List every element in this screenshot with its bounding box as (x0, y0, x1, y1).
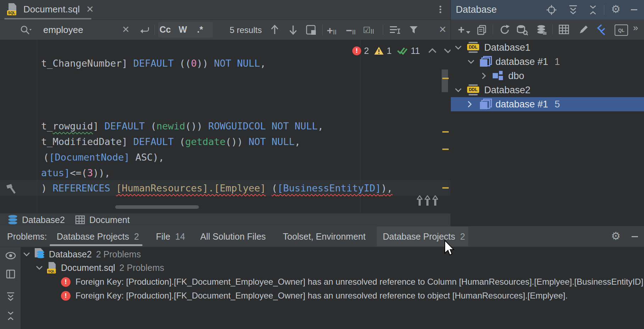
problems-tree-row-database2[interactable]: Database2 2 Problems (23, 247, 141, 261)
filter-lines-icon[interactable] (389, 25, 401, 35)
previous-occurrence-icon[interactable] (270, 24, 279, 35)
scrollbar-mark (442, 187, 449, 189)
jump-to-console-icon[interactable] (595, 24, 607, 35)
select-all-occurrences-icon[interactable] (306, 24, 317, 35)
code-line[interactable]: t_ChangeNumber] DEFAULT ((0)) NOT NULL, (41, 56, 266, 71)
close-tab-icon[interactable]: ✕ (86, 4, 94, 15)
code-line[interactable]: t_ModifiedDate] DEFAULT (getdate()) NOT … (41, 134, 301, 150)
newline-icon[interactable] (140, 25, 150, 34)
code-line[interactable]: t_rowguid] DEFAULT (newid()) ROWGUIDCOL … (41, 118, 324, 134)
whole-words-toggle[interactable]: W (179, 24, 187, 35)
collapse-all-icon[interactable] (6, 311, 16, 321)
scrollbar-mark (442, 131, 449, 133)
match-case-toggle[interactable]: Cc (159, 24, 171, 35)
tab-label: Document (89, 215, 130, 225)
error-icon[interactable]: ! (352, 46, 361, 55)
preview-panel-icon[interactable] (6, 269, 16, 279)
tree-row-database1-db[interactable]: database #1 1 (451, 55, 644, 69)
tab-title: Document.sql (23, 4, 80, 15)
vertical-scrollbar-thumb[interactable] (442, 69, 448, 92)
tree-row-database1[interactable]: DDL Database1 (451, 40, 644, 55)
remove-selection-icon[interactable]: − ΙΙ (346, 24, 356, 37)
tab-document-sql[interactable]: SQL Document.sql ✕ (7, 0, 94, 18)
database-project-icon (34, 248, 46, 260)
code-line[interactable]: atus]<=(3)), (41, 165, 110, 181)
chevron-down-icon[interactable] (23, 252, 30, 257)
search-icon[interactable] (20, 25, 32, 35)
collapse-all-icon[interactable] (588, 5, 598, 15)
code-editor[interactable]: t_ChangeNumber] DEFAULT ((0)) NOT NULL,t… (0, 40, 450, 213)
locate-target-icon[interactable] (546, 4, 557, 16)
clear-search-icon[interactable]: ✕ (122, 24, 130, 35)
problem-error-row[interactable]: ! Foreign Key: [Production].[FK_Document… (61, 275, 644, 289)
ddl-datasource-icon: DDL (467, 42, 479, 53)
code-token: ()) (225, 136, 248, 147)
close-search-icon[interactable]: ✕ (439, 24, 447, 35)
tab-all-solution-files[interactable]: All Solution Files (200, 232, 266, 242)
problems-settings-gear-icon[interactable]: ⚙ (611, 230, 621, 242)
tab-document[interactable]: Document (75, 213, 130, 226)
chevron-right-icon[interactable] (467, 100, 472, 108)
prev-problem-icon[interactable] (428, 48, 437, 54)
row-suffix: 2 Problems (96, 249, 141, 260)
code-line[interactable]: ([DocumentNode] ASC), (43, 150, 164, 165)
more-actions-icon[interactable]: » (633, 22, 638, 33)
warning-icon[interactable] (374, 46, 384, 55)
expand-all-icon[interactable] (6, 292, 16, 302)
code-token: , (318, 121, 323, 132)
search-input[interactable]: employee (43, 24, 83, 35)
problem-error-row[interactable]: ! Foreign Key: [Production].[FK_Document… (61, 289, 568, 303)
code-token: ()) (185, 121, 208, 132)
regex-toggle[interactable]: .* (197, 24, 203, 35)
chevron-down-icon[interactable] (454, 45, 462, 50)
code-line[interactable]: ) REFERENCES [HumanResources].[Emplyee] … (41, 180, 393, 196)
chevron-down-icon[interactable] (467, 59, 475, 64)
error-message: Foreign Key: [Production].[FK_Document_E… (75, 291, 568, 301)
tab-database2[interactable]: Database2 (8, 213, 65, 226)
table-view-icon[interactable] (559, 24, 569, 34)
edit-pencil-icon[interactable] (578, 24, 589, 35)
tab-database-projects[interactable]: Database Projects2 (57, 232, 139, 242)
code-token: ( (43, 152, 49, 163)
passed-checks-icon[interactable] (397, 46, 408, 55)
editor-options-kebab-icon[interactable] (439, 5, 441, 14)
new-datasource-button[interactable]: + (458, 23, 470, 36)
problems-tree-row-document[interactable]: SQL Document.sql 2 Problems (35, 261, 164, 275)
code-token: ( (179, 136, 185, 147)
refresh-icon[interactable] (499, 24, 510, 35)
duplicate-icon[interactable] (476, 24, 487, 35)
hide-panel-icon[interactable] (632, 236, 638, 237)
tab-toolset-environment[interactable]: Toolset, Environment (283, 232, 365, 242)
code-token: [BusinessEntityID] (278, 183, 381, 194)
tree-row-database2-db-selected[interactable]: database #1 5 (451, 97, 644, 111)
horizontal-scrollbar-thumb[interactable] (115, 205, 199, 209)
next-occurrence-icon[interactable] (289, 24, 298, 35)
hide-panel-icon[interactable] (631, 9, 637, 10)
datasource-stack-icon[interactable] (536, 24, 547, 35)
database-header: Database ⚙ (451, 0, 644, 19)
chevron-down-icon[interactable] (454, 88, 462, 93)
tree-row-database2[interactable]: DDL Database2 (451, 83, 644, 97)
panel-settings-gear-icon[interactable]: ⚙ (611, 3, 621, 15)
error-count: 2 (364, 46, 369, 56)
chevron-right-icon[interactable] (481, 72, 486, 80)
filter-funnel-icon[interactable] (408, 24, 419, 35)
tab-file[interactable]: File14 (156, 232, 185, 242)
code-layer: t_ChangeNumber] DEFAULT ((0)) NOT NULL,t… (0, 40, 450, 213)
error-message: Foreign Key: [Production].[FK_Document_E… (75, 277, 644, 287)
divider (493, 24, 493, 34)
ql-console-icon[interactable]: QL (615, 24, 628, 36)
add-selection-icon[interactable]: + ΙΙ (327, 24, 337, 37)
sync-ddl-icon[interactable] (516, 24, 528, 35)
tree-row-dbo[interactable]: dbo (451, 69, 644, 83)
code-token: t_ModifiedDate] (41, 136, 133, 147)
expand-all-icon[interactable] (568, 5, 578, 15)
intention-hammer-icon[interactable] (4, 183, 18, 195)
code-token: ), (381, 183, 393, 194)
ide-window: SQL Document.sql ✕ employee ✕ Cc W .* 5 … (0, 0, 644, 329)
chevron-down-icon[interactable] (35, 265, 43, 270)
code-token: , (260, 58, 266, 69)
problems-toolbar-strip (0, 247, 21, 329)
toggle-selection-icon[interactable]: ☑ ΙΙ (363, 24, 374, 35)
view-options-eye-icon[interactable] (5, 251, 16, 261)
